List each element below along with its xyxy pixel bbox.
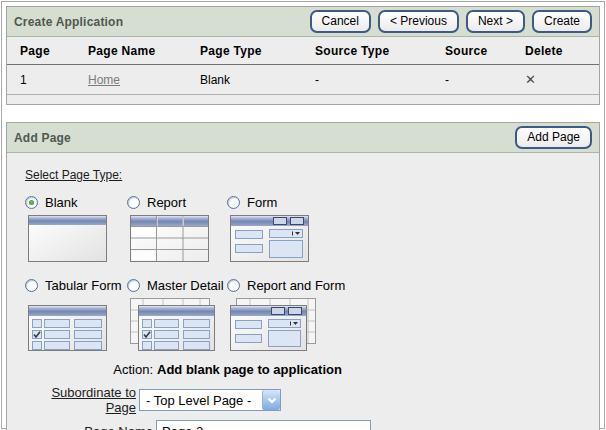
page-type-option-tabular-form[interactable]: Tabular Form [25, 275, 127, 295]
radio-form-label[interactable]: Form [247, 195, 277, 210]
page-type-option-report[interactable]: Report [127, 192, 227, 212]
create-application-section: Create Application Cancel < Previous Nex… [6, 6, 600, 105]
radio-master-detail[interactable] [127, 279, 140, 292]
select-page-type-label[interactable]: Select Page Type: [25, 168, 122, 182]
radio-tabular-form[interactable] [25, 279, 38, 292]
page-type-option-master-detail[interactable]: Master Detail [127, 275, 227, 295]
cell-source: - [432, 65, 512, 95]
master-detail-thumb [127, 298, 227, 354]
delete-icon[interactable]: ✕ [525, 72, 536, 87]
previous-button[interactable]: < Previous [378, 10, 459, 33]
create-button[interactable]: Create [532, 10, 592, 33]
blank-page-thumb [25, 215, 127, 271]
radio-blank-label[interactable]: Blank [45, 195, 78, 210]
add-page-content: Select Page Type: Blank Report Form [7, 153, 599, 430]
radio-tabular-form-label[interactable]: Tabular Form [45, 278, 122, 293]
action-value: Add blank page to application [157, 362, 342, 377]
subordinate-row: Subordinate to Page - Top Level Page - [25, 385, 589, 415]
cell-source-type: - [302, 65, 432, 95]
page-name-input[interactable] [156, 420, 371, 430]
col-header-source-type: Source Type [302, 37, 432, 65]
page-name-link[interactable]: Home [88, 73, 120, 87]
subordinate-selected-value: - Top Level Page - [140, 393, 262, 408]
report-and-form-thumb [227, 298, 397, 354]
radio-blank[interactable] [25, 196, 38, 209]
add-page-button[interactable]: Add Page [515, 126, 592, 149]
radio-report[interactable] [127, 196, 140, 209]
action-row: Action: Add blank page to application [25, 362, 589, 377]
radio-master-detail-label[interactable]: Master Detail [147, 278, 224, 293]
col-header-page: Page [7, 37, 75, 65]
form-thumb [227, 215, 397, 271]
section-gap [6, 105, 600, 122]
page-type-option-form[interactable]: Form [227, 192, 397, 212]
page-name-label[interactable]: Page Name [25, 424, 153, 430]
radio-report-and-form[interactable] [227, 279, 240, 292]
table-row: 1 Home Blank - - ✕ [7, 65, 599, 95]
page-type-option-report-and-form[interactable]: Report and Form [227, 275, 397, 295]
cell-page-number: 1 [7, 65, 75, 95]
radio-form[interactable] [227, 196, 240, 209]
col-header-delete: Delete [512, 37, 599, 65]
subordinate-to-page-select[interactable]: - Top Level Page - [139, 389, 281, 411]
col-header-page-type: Page Type [187, 37, 302, 65]
add-page-header: Add Page Add Page [7, 123, 599, 153]
cell-page-type: Blank [187, 65, 302, 95]
radio-report-and-form-label[interactable]: Report and Form [247, 278, 345, 293]
wizard-frame: Create Application Cancel < Previous Nex… [1, 1, 605, 429]
add-page-title: Add Page [14, 131, 71, 145]
add-page-section: Add Page Add Page Select Page Type: Blan… [6, 122, 600, 430]
col-header-source: Source [432, 37, 512, 65]
page-name-row: Page Name [25, 420, 589, 430]
action-label: Action: [25, 362, 153, 377]
page-title: Create Application [14, 15, 123, 29]
cancel-button[interactable]: Cancel [310, 10, 371, 33]
chevron-down-icon[interactable] [262, 390, 280, 410]
col-header-page-name: Page Name [75, 37, 187, 65]
report-thumb [127, 215, 227, 271]
radio-report-label[interactable]: Report [147, 195, 186, 210]
tabular-form-thumb [25, 298, 127, 354]
next-button[interactable]: Next > [466, 10, 525, 33]
page-type-grid: Blank Report Form [25, 192, 589, 358]
create-application-header: Create Application Cancel < Previous Nex… [7, 7, 599, 37]
pages-table-header-row: Page Page Name Page Type Source Type Sou… [7, 37, 599, 65]
page-type-option-blank[interactable]: Blank [25, 192, 127, 212]
pages-table: Page Page Name Page Type Source Type Sou… [7, 37, 599, 95]
subordinate-to-page-label[interactable]: Subordinate to Page [25, 385, 136, 415]
